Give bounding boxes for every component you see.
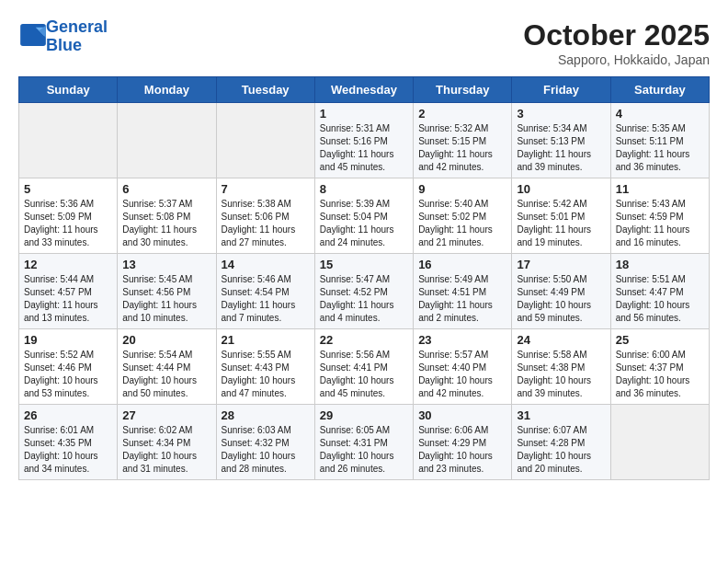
weekday-header: Tuesday [216,77,314,103]
day-number: 26 [24,408,112,422]
day-info: Sunrise: 6:07 AM Sunset: 4:28 PM Dayligh… [517,424,605,476]
calendar-cell: 11Sunrise: 5:43 AM Sunset: 4:59 PM Dayli… [610,178,709,254]
calendar-cell [19,103,118,178]
day-number: 19 [24,333,112,347]
logo: General Blue [18,18,108,55]
calendar-week-row: 19Sunrise: 5:52 AM Sunset: 4:46 PM Dayli… [19,329,710,405]
day-info: Sunrise: 5:44 AM Sunset: 4:57 PM Dayligh… [24,273,112,325]
calendar-cell: 27Sunrise: 6:02 AM Sunset: 4:34 PM Dayli… [118,405,216,480]
day-number: 6 [122,182,210,196]
day-info: Sunrise: 6:00 AM Sunset: 4:37 PM Dayligh… [616,349,704,400]
day-number: 15 [320,258,408,271]
calendar-week-row: 5Sunrise: 5:36 AM Sunset: 5:09 PM Daylig… [19,178,710,254]
logo-line1: General [46,17,108,36]
calendar-cell: 7Sunrise: 5:38 AM Sunset: 5:06 PM Daylig… [216,178,314,254]
weekday-header: Wednesday [314,77,413,103]
day-number: 22 [320,333,408,347]
calendar-cell: 10Sunrise: 5:42 AM Sunset: 5:01 PM Dayli… [512,178,610,254]
weekday-header: Friday [512,77,610,103]
day-info: Sunrise: 5:35 AM Sunset: 5:11 PM Dayligh… [616,122,704,174]
day-number: 4 [616,107,704,121]
calendar-cell: 26Sunrise: 6:01 AM Sunset: 4:35 PM Dayli… [19,405,118,480]
day-number: 10 [517,182,605,196]
day-info: Sunrise: 6:02 AM Sunset: 4:34 PM Dayligh… [122,424,210,476]
day-info: Sunrise: 5:49 AM Sunset: 4:51 PM Dayligh… [418,273,506,325]
weekday-header: Monday [118,77,216,103]
calendar-cell: 18Sunrise: 5:51 AM Sunset: 4:47 PM Dayli… [610,254,709,329]
calendar-week-row: 12Sunrise: 5:44 AM Sunset: 4:57 PM Dayli… [19,254,710,329]
day-info: Sunrise: 6:06 AM Sunset: 4:29 PM Dayligh… [418,424,506,476]
calendar-cell: 21Sunrise: 5:55 AM Sunset: 4:43 PM Dayli… [216,329,314,405]
day-number: 28 [222,408,310,422]
calendar-cell [610,405,709,480]
day-number: 2 [418,107,506,121]
location: Sapporo, Hokkaido, Japan [523,52,710,67]
day-number: 24 [517,333,605,347]
day-info: Sunrise: 5:43 AM Sunset: 4:59 PM Dayligh… [616,198,704,249]
day-info: Sunrise: 5:45 AM Sunset: 4:56 PM Dayligh… [122,273,210,325]
calendar-week-row: 26Sunrise: 6:01 AM Sunset: 4:35 PM Dayli… [19,405,710,480]
calendar-cell: 9Sunrise: 5:40 AM Sunset: 5:02 PM Daylig… [414,178,512,254]
day-info: Sunrise: 5:42 AM Sunset: 5:01 PM Dayligh… [517,198,605,249]
calendar-cell: 30Sunrise: 6:06 AM Sunset: 4:29 PM Dayli… [414,405,512,480]
day-number: 9 [418,182,506,196]
calendar-cell: 6Sunrise: 5:37 AM Sunset: 5:08 PM Daylig… [118,178,216,254]
logo-line2: Blue [46,36,82,54]
day-number: 21 [222,333,310,347]
day-info: Sunrise: 5:51 AM Sunset: 4:47 PM Dayligh… [616,273,704,325]
day-info: Sunrise: 5:46 AM Sunset: 4:54 PM Dayligh… [222,273,310,325]
day-number: 31 [517,408,605,422]
calendar-cell: 8Sunrise: 5:39 AM Sunset: 5:04 PM Daylig… [314,178,413,254]
calendar-cell: 31Sunrise: 6:07 AM Sunset: 4:28 PM Dayli… [512,405,610,480]
day-info: Sunrise: 5:58 AM Sunset: 4:38 PM Dayligh… [517,349,605,400]
title-block: October 2025 Sapporo, Hokkaido, Japan [523,18,710,67]
calendar-cell: 25Sunrise: 6:00 AM Sunset: 4:37 PM Dayli… [610,329,709,405]
calendar-table: SundayMondayTuesdayWednesdayThursdayFrid… [18,76,710,480]
day-info: Sunrise: 5:52 AM Sunset: 4:46 PM Dayligh… [24,349,112,400]
calendar-cell: 20Sunrise: 5:54 AM Sunset: 4:44 PM Dayli… [118,329,216,405]
day-info: Sunrise: 5:32 AM Sunset: 5:15 PM Dayligh… [418,122,506,174]
day-info: Sunrise: 5:34 AM Sunset: 5:13 PM Dayligh… [517,122,605,174]
day-info: Sunrise: 5:55 AM Sunset: 4:43 PM Dayligh… [222,349,310,400]
day-info: Sunrise: 6:01 AM Sunset: 4:35 PM Dayligh… [24,424,112,476]
day-info: Sunrise: 5:54 AM Sunset: 4:44 PM Dayligh… [122,349,210,400]
calendar-cell: 22Sunrise: 5:56 AM Sunset: 4:41 PM Dayli… [314,329,413,405]
day-number: 14 [222,258,310,271]
day-number: 18 [616,258,704,271]
calendar-cell: 2Sunrise: 5:32 AM Sunset: 5:15 PM Daylig… [414,103,512,178]
logo-icon [20,24,46,46]
day-info: Sunrise: 5:39 AM Sunset: 5:04 PM Dayligh… [320,198,408,249]
day-number: 8 [320,182,408,196]
day-info: Sunrise: 5:36 AM Sunset: 5:09 PM Dayligh… [24,198,112,249]
day-number: 23 [418,333,506,347]
calendar-cell: 1Sunrise: 5:31 AM Sunset: 5:16 PM Daylig… [314,103,413,178]
weekday-header: Thursday [414,77,512,103]
day-number: 12 [24,258,112,271]
day-number: 7 [222,182,310,196]
day-number: 16 [418,258,506,271]
calendar-cell: 14Sunrise: 5:46 AM Sunset: 4:54 PM Dayli… [216,254,314,329]
calendar-header: General Blue October 2025 Sapporo, Hokka… [18,18,710,67]
calendar-week-row: 1Sunrise: 5:31 AM Sunset: 5:16 PM Daylig… [19,103,710,178]
day-info: Sunrise: 5:37 AM Sunset: 5:08 PM Dayligh… [122,198,210,249]
day-info: Sunrise: 6:03 AM Sunset: 4:32 PM Dayligh… [222,424,310,476]
calendar-cell: 16Sunrise: 5:49 AM Sunset: 4:51 PM Dayli… [414,254,512,329]
calendar-cell: 12Sunrise: 5:44 AM Sunset: 4:57 PM Dayli… [19,254,118,329]
logo-text: General Blue [46,18,108,55]
day-info: Sunrise: 5:38 AM Sunset: 5:06 PM Dayligh… [222,198,310,249]
day-info: Sunrise: 5:47 AM Sunset: 4:52 PM Dayligh… [320,273,408,325]
calendar-cell [216,103,314,178]
calendar-cell: 17Sunrise: 5:50 AM Sunset: 4:49 PM Dayli… [512,254,610,329]
weekday-header: Saturday [610,77,709,103]
day-info: Sunrise: 5:56 AM Sunset: 4:41 PM Dayligh… [320,349,408,400]
calendar-cell: 19Sunrise: 5:52 AM Sunset: 4:46 PM Dayli… [19,329,118,405]
calendar-cell: 24Sunrise: 5:58 AM Sunset: 4:38 PM Dayli… [512,329,610,405]
day-number: 13 [122,258,210,271]
svg-rect-0 [20,24,46,46]
calendar-cell: 15Sunrise: 5:47 AM Sunset: 4:52 PM Dayli… [314,254,413,329]
day-number: 30 [418,408,506,422]
calendar-cell: 4Sunrise: 5:35 AM Sunset: 5:11 PM Daylig… [610,103,709,178]
day-number: 20 [122,333,210,347]
day-number: 3 [517,107,605,121]
calendar-cell: 28Sunrise: 6:03 AM Sunset: 4:32 PM Dayli… [216,405,314,480]
